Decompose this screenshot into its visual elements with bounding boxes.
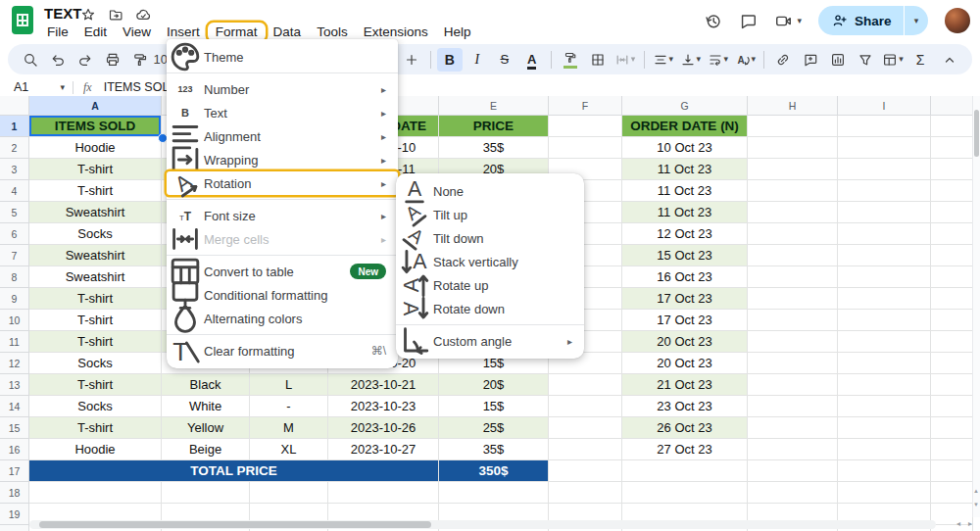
- italic-button[interactable]: I: [465, 48, 490, 72]
- cell-C18[interactable]: [250, 482, 328, 504]
- cell-A5[interactable]: Sweatshirt: [29, 202, 162, 223]
- cell-I1[interactable]: [838, 116, 931, 137]
- row-number-15[interactable]: 15: [0, 417, 29, 439]
- column-header-E[interactable]: E: [439, 96, 549, 116]
- rotation-menu-item-custom-angle[interactable]: Custom angle▸: [396, 329, 584, 353]
- cell-I5[interactable]: [838, 202, 931, 223]
- cell-F14[interactable]: [549, 396, 622, 417]
- row-number-2[interactable]: 2: [0, 137, 29, 159]
- row-number-10[interactable]: 10: [0, 310, 29, 331]
- cell-I9[interactable]: [838, 288, 931, 310]
- name-box[interactable]: A1 ▾: [0, 80, 65, 94]
- row-number-20[interactable]: 20: [0, 525, 29, 531]
- cell-G5[interactable]: 11 Oct 23: [622, 202, 748, 223]
- cell-G9[interactable]: 17 Oct 23: [622, 288, 748, 310]
- cell-B15[interactable]: Yellow: [162, 417, 250, 439]
- cell-D18[interactable]: [328, 482, 439, 504]
- cell-B18[interactable]: [162, 482, 250, 504]
- row-number-16[interactable]: 16: [0, 439, 29, 460]
- cell-C14[interactable]: -: [250, 396, 328, 417]
- cell-C16[interactable]: XL: [250, 439, 328, 460]
- cell-B13[interactable]: Black: [162, 374, 250, 396]
- row-number-13[interactable]: 13: [0, 374, 29, 396]
- column-header-partial[interactable]: [931, 96, 973, 116]
- menubar-item-edit[interactable]: Edit: [76, 23, 115, 41]
- format-menu-item-number[interactable]: 123Number▸: [167, 77, 398, 101]
- cell-A18[interactable]: [29, 482, 162, 504]
- cell-I16[interactable]: [838, 439, 931, 460]
- cell-F2[interactable]: [549, 137, 622, 159]
- cell-F18[interactable]: [549, 482, 622, 504]
- cell-F17[interactable]: [549, 460, 622, 482]
- cell-G2[interactable]: 10 Oct 23: [622, 137, 748, 159]
- cell-F16[interactable]: [549, 439, 622, 460]
- horizontal-scroll-arrows[interactable]: ◂▸: [956, 519, 972, 528]
- cell-C13[interactable]: L: [250, 374, 328, 396]
- column-header-H[interactable]: H: [748, 96, 838, 116]
- cell-H5[interactable]: [748, 202, 838, 223]
- cell-E15[interactable]: 25$: [439, 417, 549, 439]
- cell-D13[interactable]: 2023-10-21: [328, 374, 439, 396]
- cell-I12[interactable]: [838, 353, 931, 374]
- cell-x18[interactable]: [931, 482, 973, 504]
- cell-x3[interactable]: [931, 159, 973, 180]
- cell-E18[interactable]: [439, 482, 549, 504]
- cell-G3[interactable]: 11 Oct 23: [622, 159, 748, 180]
- cell-A11[interactable]: T-shirt: [29, 331, 162, 353]
- cell-H10[interactable]: [748, 310, 838, 331]
- share-button[interactable]: Share ▾: [818, 6, 928, 35]
- scroll-up-icon[interactable]: ▲: [973, 488, 979, 494]
- cell-x1[interactable]: [931, 116, 973, 137]
- horizontal-scrollbar[interactable]: [29, 520, 936, 529]
- text-rotation-button[interactable]: A▾: [732, 48, 758, 72]
- rotation-menu-item-rotate-down[interactable]: ARotate down: [396, 297, 584, 320]
- cell-G6[interactable]: 12 Oct 23: [622, 223, 748, 245]
- column-header-G[interactable]: G: [622, 96, 748, 116]
- cell-A17-merged[interactable]: TOTAL PRICE: [29, 460, 439, 482]
- cell-I4[interactable]: [838, 180, 931, 202]
- cell-H16[interactable]: [748, 439, 838, 460]
- cell-A7[interactable]: Sweatshirt: [29, 245, 162, 266]
- functions-button[interactable]: Σ: [907, 48, 933, 72]
- vertical-align-button[interactable]: ▾: [677, 48, 703, 72]
- cell-I3[interactable]: [838, 159, 931, 180]
- cell-H11[interactable]: [748, 331, 838, 353]
- cell-B14[interactable]: White: [162, 396, 250, 417]
- select-all-corner[interactable]: [0, 96, 29, 116]
- cell-x14[interactable]: [931, 396, 973, 417]
- cell-H15[interactable]: [748, 417, 838, 439]
- cell-E2[interactable]: 35$: [439, 137, 549, 159]
- cell-x9[interactable]: [931, 288, 973, 310]
- format-menu-item-rotation[interactable]: ARotation▸: [167, 171, 398, 195]
- cell-I7[interactable]: [838, 245, 931, 266]
- cell-G16[interactable]: 27 Oct 23: [622, 439, 748, 460]
- cell-H4[interactable]: [748, 180, 838, 202]
- borders-button[interactable]: [585, 48, 611, 72]
- cell-x13[interactable]: [931, 374, 973, 396]
- cell-D16[interactable]: 2023-10-27: [328, 439, 439, 460]
- move-folder-icon[interactable]: [108, 7, 123, 23]
- cell-H14[interactable]: [748, 396, 838, 417]
- cell-G10[interactable]: 17 Oct 23: [622, 310, 748, 331]
- cell-E1[interactable]: PRICE: [439, 116, 549, 137]
- cell-I2[interactable]: [838, 137, 931, 159]
- increase-font-button[interactable]: [399, 48, 424, 72]
- cell-I17[interactable]: [838, 460, 931, 482]
- cell-x15[interactable]: [931, 417, 973, 439]
- cell-x2[interactable]: [931, 137, 973, 159]
- cell-G1[interactable]: ORDER DATE (N): [622, 116, 748, 137]
- cell-E14[interactable]: 15$: [439, 396, 549, 417]
- print-button[interactable]: [100, 48, 125, 72]
- vertical-scrollbar[interactable]: ▲ ▼: [972, 96, 980, 517]
- cell-A15[interactable]: T-shirt: [29, 417, 162, 439]
- cell-H12[interactable]: [748, 353, 838, 374]
- share-dropdown[interactable]: ▾: [905, 6, 928, 35]
- history-icon[interactable]: [704, 12, 722, 30]
- row-number-12[interactable]: 12: [0, 353, 29, 374]
- comment-icon[interactable]: [739, 12, 758, 30]
- cloud-status-icon[interactable]: [135, 7, 151, 23]
- cell-A12[interactable]: Socks: [29, 353, 162, 374]
- scroll-down-icon[interactable]: ▼: [973, 502, 979, 507]
- merge-cells-button[interactable]: ▾: [612, 48, 638, 72]
- cell-G7[interactable]: 15 Oct 23: [622, 245, 748, 266]
